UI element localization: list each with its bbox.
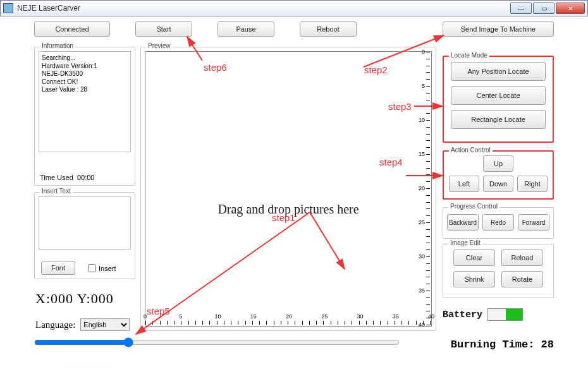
battery-meter xyxy=(487,308,523,321)
insert-checkbox[interactable]: Insert xyxy=(88,264,116,272)
start-button[interactable]: Start xyxy=(135,21,192,37)
down-button[interactable]: Down xyxy=(483,176,513,192)
burning-slider[interactable] xyxy=(34,337,400,349)
reload-button[interactable]: Reload xyxy=(501,250,543,266)
preview-group: Preview Drag and drop pictures here 0055… xyxy=(140,47,436,331)
shrink-button[interactable]: Shrink xyxy=(453,271,495,287)
font-button[interactable]: Font xyxy=(41,261,75,275)
titlebar: NEJE LaserCarver — ▭ ✕ xyxy=(0,0,588,16)
redo-button[interactable]: Redo xyxy=(482,214,514,231)
locate-mode-group: Locate Mode Any Position Locate Center L… xyxy=(443,56,554,143)
battery-label: Battery xyxy=(443,310,482,320)
insert-text-label: Insert Text xyxy=(40,188,73,195)
burning-slider-input[interactable] xyxy=(34,337,400,347)
rectangle-locate-button[interactable]: Rectangle Locate xyxy=(451,110,546,129)
action-control-label: Action Control xyxy=(449,147,493,153)
minimize-button[interactable]: — xyxy=(510,3,532,14)
backward-button[interactable]: Backward xyxy=(447,214,479,231)
time-used-label: Time Used 00:00 xyxy=(40,174,94,181)
maximize-button[interactable]: ▭ xyxy=(533,3,554,14)
send-image-button[interactable]: Send Image To Machine xyxy=(443,21,554,37)
left-button[interactable]: Left xyxy=(449,176,479,192)
information-group: Information Searching... Hardware Versio… xyxy=(34,47,135,186)
progress-control-label: Progress Control xyxy=(448,203,499,210)
insert-checkbox-input[interactable] xyxy=(88,264,96,272)
image-edit-label: Image Edit xyxy=(448,239,482,246)
connected-button[interactable]: Connected xyxy=(34,21,110,37)
preview-label: Preview xyxy=(146,42,173,49)
battery-row: Battery xyxy=(443,308,554,321)
up-button[interactable]: Up xyxy=(483,155,513,172)
preview-canvas[interactable]: Drag and drop pictures here 005510101515… xyxy=(145,51,432,327)
language-label: Language: xyxy=(35,320,75,330)
xy-coordinates: X:000 Y:000 xyxy=(35,291,114,307)
rotate-button[interactable]: Rotate xyxy=(501,271,543,287)
center-locate-button[interactable]: Center Locate xyxy=(451,86,546,105)
language-select[interactable]: English xyxy=(80,318,130,331)
burning-time-row: Burning Time: 28 xyxy=(451,339,554,351)
close-button[interactable]: ✕ xyxy=(556,3,585,14)
information-label: Information xyxy=(40,42,75,49)
image-edit-group: Image Edit Clear Reload Shrink Rotate xyxy=(443,244,554,298)
action-control-group: Action Control Up Left Down Right xyxy=(443,150,554,200)
information-textarea[interactable]: Searching... Hardware Version:1 NEJE-DK3… xyxy=(39,51,131,152)
any-position-locate-button[interactable]: Any Position Locate xyxy=(451,62,546,81)
forward-button[interactable]: Forward xyxy=(518,214,549,231)
progress-control-group: Progress Control Backward Redo Forward xyxy=(443,207,554,239)
reboot-button[interactable]: Reboot xyxy=(300,21,357,37)
insert-text-input[interactable] xyxy=(39,196,131,250)
window-title: NEJE LaserCarver xyxy=(17,4,510,13)
app-icon xyxy=(3,3,13,13)
insert-text-group: Insert Text Font Insert xyxy=(34,192,135,279)
pause-button[interactable]: Pause xyxy=(217,21,274,37)
drop-hint: Drag and drop pictures here xyxy=(145,202,431,217)
clear-button[interactable]: Clear xyxy=(453,250,495,266)
right-button[interactable]: Right xyxy=(517,176,548,192)
locate-mode-label: Locate Mode xyxy=(449,52,489,59)
language-row: Language: English xyxy=(35,318,130,331)
